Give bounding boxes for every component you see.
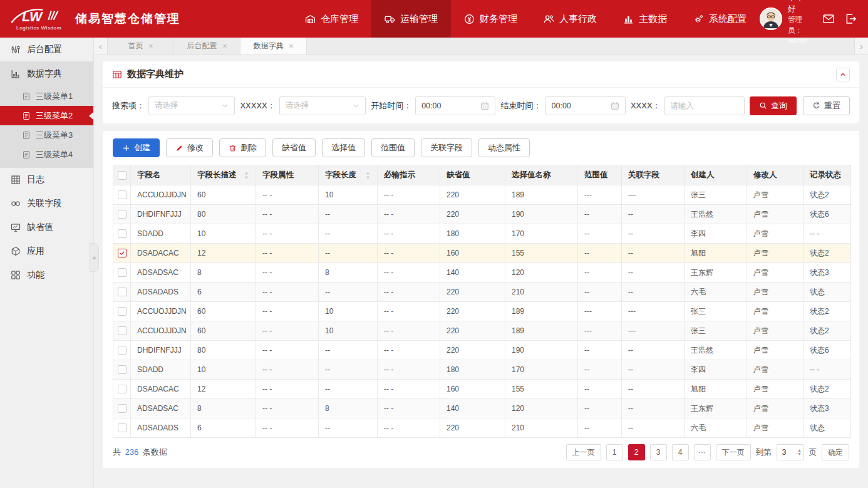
row-checkbox[interactable] bbox=[118, 346, 127, 355]
tab-data-dictionary[interactable]: 数据字典× bbox=[240, 38, 307, 55]
sidebar-item-backend-config[interactable]: 后台配置 bbox=[0, 38, 93, 61]
row-checkbox[interactable] bbox=[118, 307, 127, 316]
tab-close-icon[interactable]: × bbox=[289, 42, 293, 51]
column-header[interactable]: 字段属性 bbox=[256, 165, 319, 185]
row-checkbox[interactable] bbox=[118, 385, 127, 393]
row-checkbox[interactable] bbox=[118, 423, 127, 432]
related-field-button[interactable]: 关联字段 bbox=[421, 138, 472, 157]
column-header[interactable]: 修改人 bbox=[747, 165, 803, 185]
column-header[interactable]: 记录状态 bbox=[803, 165, 851, 185]
row-checkbox[interactable] bbox=[118, 365, 127, 374]
row-checkbox[interactable] bbox=[118, 404, 127, 413]
table-row[interactable]: ADSADSAC8-- -8-- -140120----王东辉卢雪状态3 bbox=[113, 399, 851, 418]
sidebar-item-submenu-1[interactable]: 三级菜单1 bbox=[0, 86, 93, 106]
table-row[interactable]: SDADD10-- ----- -180170----李四卢雪-- - bbox=[113, 224, 851, 244]
row-checkbox[interactable] bbox=[118, 249, 127, 257]
mail-icon[interactable] bbox=[822, 13, 835, 25]
row-checkbox[interactable] bbox=[118, 210, 127, 219]
column-header[interactable]: 创建人 bbox=[685, 165, 747, 185]
page-button-2[interactable]: 2 bbox=[628, 444, 645, 460]
sidebar-item-functions[interactable]: 功能 bbox=[0, 263, 93, 287]
sidebar-item-submenu-3[interactable]: 三级菜单3 bbox=[0, 125, 93, 145]
filter-start-time-field[interactable] bbox=[421, 101, 475, 110]
select-placeholder: 请选择 bbox=[286, 100, 309, 111]
tab-close-icon[interactable]: × bbox=[222, 42, 227, 51]
row-checkbox[interactable] bbox=[118, 326, 127, 335]
sidebar-item-submenu-2[interactable]: 三级菜单2 bbox=[0, 106, 93, 125]
row-checkbox[interactable] bbox=[118, 268, 127, 277]
tab-home[interactable]: 首页× bbox=[108, 38, 174, 55]
row-checkbox[interactable] bbox=[118, 288, 127, 296]
filter-xxxx-field[interactable] bbox=[671, 101, 725, 110]
goto-page-input[interactable]: 3▴▾ bbox=[777, 444, 804, 460]
page-button-1[interactable]: 1 bbox=[606, 444, 623, 460]
filter-end-time-field[interactable] bbox=[552, 101, 606, 110]
table-row[interactable]: ADSADADS6-- ----- -220210----六毛卢雪状态 bbox=[113, 418, 851, 438]
goto-spinner[interactable]: ▴▾ bbox=[798, 449, 803, 457]
create-button[interactable]: 创建 bbox=[113, 138, 160, 157]
dynamic-attr-button[interactable]: 动态属性 bbox=[478, 138, 530, 157]
select-value-button[interactable]: 选择值 bbox=[322, 138, 365, 157]
sidebar-item-data-dictionary[interactable]: 数据字典 bbox=[0, 61, 93, 86]
tab-backend-config[interactable]: 后台配置× bbox=[174, 38, 240, 55]
spinner-down-icon[interactable]: ▾ bbox=[798, 452, 800, 457]
sidebar-item-logs[interactable]: 日志 bbox=[0, 168, 93, 192]
table-row[interactable]: ACCUOJJDJN60-- -10-- -220189------张三卢雪状态… bbox=[113, 185, 851, 205]
column-header[interactable]: 缺省值 bbox=[440, 165, 505, 185]
nav-item-hr[interactable]: 人事行政 bbox=[530, 0, 610, 38]
query-button[interactable]: 查询 bbox=[750, 96, 797, 115]
column-header[interactable]: 必输指示 bbox=[378, 165, 440, 185]
sidebar-item-default-values[interactable]: 缺省值 bbox=[0, 215, 93, 239]
sidebar-item-application[interactable]: 应用 bbox=[0, 239, 93, 263]
sidebar-item-related-fields[interactable]: 关联字段 bbox=[0, 192, 93, 215]
table-row[interactable]: ADSADSAC8-- -8-- -140120----王东辉卢雪状态3 bbox=[113, 263, 851, 283]
panel-collapse-button[interactable] bbox=[836, 68, 850, 81]
edit-button-label: 修改 bbox=[187, 142, 204, 153]
table-row[interactable]: DHDIFNFJJJ80-- ----- -220190----王浩然卢雪状态6 bbox=[113, 205, 851, 224]
avatar[interactable] bbox=[760, 8, 782, 30]
filter-search-term-select[interactable]: 请选择 bbox=[148, 96, 235, 115]
table-row[interactable]: ADSADADS6-- ----- -220210----六毛卢雪状态 bbox=[113, 283, 851, 302]
tabs-scroll-right-icon[interactable]: › bbox=[854, 38, 868, 55]
table-cell: 王浩然 bbox=[685, 205, 747, 224]
table-row[interactable]: ACCUOJJDJN60-- -10-- -220189------张三卢雪状态… bbox=[113, 321, 851, 341]
prev-page-button[interactable]: 上一页 bbox=[566, 444, 601, 460]
sidebar-collapse-handle[interactable]: « bbox=[90, 243, 99, 272]
table-row[interactable]: DHDIFNFJJJ80-- ----- -220190----王浩然卢雪状态6 bbox=[113, 341, 851, 360]
page-button-3[interactable]: 3 bbox=[650, 444, 667, 460]
table-row[interactable]: ACCUOJJDJN60-- -10-- -220189------张三卢雪状态… bbox=[113, 302, 851, 321]
nav-item-warehouse[interactable]: 仓库管理 bbox=[292, 0, 371, 38]
nav-item-system[interactable]: 系统配置 bbox=[680, 0, 760, 38]
filter-xxxxx-select[interactable]: 请选择 bbox=[279, 96, 366, 115]
logout-icon[interactable] bbox=[844, 13, 857, 25]
nav-item-transport[interactable]: 运输管理 bbox=[371, 0, 451, 38]
table-cell: 卢雪 bbox=[747, 302, 803, 321]
table-row[interactable]: DSADACAC12-- ----- -160155----旭阳卢雪状态2 bbox=[113, 380, 851, 399]
column-header[interactable]: 选择值名称 bbox=[505, 165, 578, 185]
tab-close-icon[interactable]: × bbox=[148, 42, 153, 51]
column-header[interactable]: 字段名 bbox=[131, 165, 191, 185]
column-header[interactable]: 范围值 bbox=[578, 165, 622, 185]
page-ellipsis-button[interactable]: ··· bbox=[694, 444, 711, 460]
row-checkbox[interactable] bbox=[118, 190, 127, 199]
column-header[interactable]: 关联字段 bbox=[622, 165, 685, 185]
select-all-checkbox[interactable] bbox=[118, 171, 127, 180]
column-header[interactable]: 字段长描述 bbox=[191, 165, 256, 185]
table-row[interactable]: SDADD10-- ----- -180170----李四卢雪-- - bbox=[113, 360, 851, 380]
nav-item-masterdata[interactable]: 主数据 bbox=[610, 0, 680, 38]
row-checkbox[interactable] bbox=[118, 229, 127, 238]
nav-item-finance[interactable]: 财务管理 bbox=[451, 0, 530, 38]
column-header[interactable]: 字段长度 bbox=[319, 165, 378, 185]
range-value-button[interactable]: 范围值 bbox=[371, 138, 415, 157]
table-row[interactable]: DSADACAC12-- ----- -160155----旭阳卢雪状态2 bbox=[113, 244, 851, 263]
edit-button[interactable]: 修改 bbox=[166, 138, 213, 157]
tabs-scroll-left-icon[interactable]: ‹ bbox=[94, 38, 108, 55]
reset-button[interactable]: 重置 bbox=[803, 96, 850, 115]
delete-button[interactable]: 删除 bbox=[219, 138, 266, 157]
confirm-button[interactable]: 确定 bbox=[822, 444, 849, 460]
default-value-button[interactable]: 缺省值 bbox=[272, 138, 316, 157]
next-page-button[interactable]: 下一页 bbox=[716, 444, 751, 460]
page-button-4[interactable]: 4 bbox=[672, 444, 689, 460]
select-value-button-label: 选择值 bbox=[331, 142, 356, 153]
sidebar-item-submenu-4[interactable]: 三级菜单4 bbox=[0, 145, 93, 164]
